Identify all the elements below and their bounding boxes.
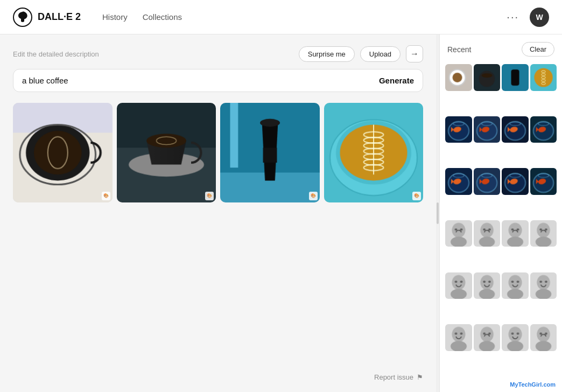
header-right: ··· W <box>502 8 549 27</box>
recent-thumb-3[interactable] <box>502 64 529 91</box>
image-badge-2: 🎨 <box>205 192 214 200</box>
left-panel: Edit the detailed description Surprise m… <box>0 34 436 392</box>
recent-thumb-13[interactable] <box>445 220 472 247</box>
recent-thumb-22[interactable] <box>474 324 501 351</box>
image-badge-4: 🎨 <box>412 192 421 200</box>
generated-image-grid: 🎨 🎨 🎨 🎨 <box>13 103 423 367</box>
avatar[interactable]: W <box>530 8 549 27</box>
recent-thumb-24[interactable] <box>530 324 557 351</box>
nav-collections[interactable]: Collections <box>136 9 188 25</box>
recent-grid <box>440 62 562 377</box>
prompt-label: Edit the detailed description <box>13 50 293 58</box>
main-content: Edit the detailed description Surprise m… <box>0 34 562 392</box>
recent-thumb-14[interactable] <box>474 220 501 247</box>
surprise-button[interactable]: Surprise me <box>299 46 355 62</box>
generate-button[interactable]: Generate <box>379 76 414 85</box>
recent-thumb-15[interactable] <box>502 220 529 247</box>
panel-divider <box>436 34 439 392</box>
flag-icon[interactable]: ⚑ <box>417 373 423 381</box>
recent-thumb-16[interactable] <box>530 220 557 247</box>
logo-icon <box>13 8 32 27</box>
recent-thumb-12[interactable] <box>530 168 557 195</box>
recent-thumb-19[interactable] <box>502 272 529 299</box>
recent-thumb-20[interactable] <box>530 272 557 299</box>
upload-button[interactable]: Upload <box>360 46 401 62</box>
right-panel: Recent Clear <box>439 34 562 392</box>
recent-thumb-4[interactable] <box>530 64 557 91</box>
generated-image-4[interactable]: 🎨 <box>324 103 424 202</box>
right-panel-header: Recent Clear <box>440 34 562 62</box>
recent-thumb-23[interactable] <box>502 324 529 351</box>
report-label: Report issue <box>374 373 413 381</box>
recent-thumb-6[interactable] <box>474 116 501 143</box>
recent-thumb-5[interactable] <box>445 116 472 143</box>
prompt-area: Edit the detailed description Surprise m… <box>13 45 423 92</box>
recent-thumb-8[interactable] <box>530 116 557 143</box>
image-badge-1: 🎨 <box>102 192 110 200</box>
recent-thumb-9[interactable] <box>445 168 472 195</box>
recent-thumb-10[interactable] <box>474 168 501 195</box>
app-title: DALL·E 2 <box>38 11 81 23</box>
recent-thumb-11[interactable] <box>502 168 529 195</box>
header: DALL·E 2 History Collections ··· W <box>0 0 562 34</box>
recent-thumb-1[interactable] <box>445 64 472 91</box>
prompt-input[interactable] <box>22 76 379 85</box>
recent-thumb-2[interactable] <box>474 64 501 91</box>
clear-button[interactable]: Clear <box>522 42 554 57</box>
prompt-toolbar: Edit the detailed description Surprise m… <box>13 45 423 62</box>
prompt-input-row: Generate <box>13 69 423 92</box>
watermark: MyTechGirl.com <box>440 377 562 392</box>
report-row: Report issue ⚑ <box>13 373 423 381</box>
recent-thumb-17[interactable] <box>445 272 472 299</box>
nav-links: History Collections <box>96 9 502 25</box>
recent-label: Recent <box>447 45 471 54</box>
image-badge-3: 🎨 <box>309 192 318 200</box>
more-button[interactable]: ··· <box>502 9 523 25</box>
generated-image-2[interactable]: 🎨 <box>117 103 216 202</box>
arrow-button[interactable]: → <box>406 45 423 62</box>
recent-thumb-18[interactable] <box>474 272 501 299</box>
generated-image-1[interactable]: 🎨 <box>13 103 113 202</box>
generated-image-3[interactable]: 🎨 <box>220 103 320 202</box>
recent-thumb-7[interactable] <box>502 116 529 143</box>
recent-thumb-21[interactable] <box>445 324 472 351</box>
nav-history[interactable]: History <box>96 9 134 25</box>
